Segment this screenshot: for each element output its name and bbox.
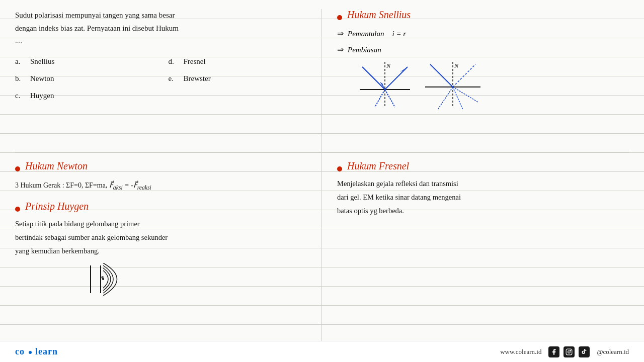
option-d-value: Fresnel xyxy=(184,54,206,69)
svg-line-2 xyxy=(362,67,385,89)
instagram-icon xyxy=(564,346,575,357)
fresnel-line3: batas optis yg berbeda. xyxy=(337,207,404,215)
logo-dot xyxy=(29,351,32,354)
svg-text:N: N xyxy=(386,62,391,69)
svg-line-14 xyxy=(438,87,453,110)
question-line1: Sudut polarisasi mempunyai tangen yang s… xyxy=(15,11,175,19)
svg-line-6 xyxy=(375,89,385,107)
option-a: a. Snellius xyxy=(15,54,158,69)
snellius-diagrams: N N xyxy=(337,62,629,112)
question-line3: .... xyxy=(15,37,23,45)
option-c-label: c. xyxy=(15,88,24,103)
option-e-label: e. xyxy=(169,71,178,86)
page: Sudut polarisasi mempunyai tangen yang s… xyxy=(0,0,644,362)
pembiasan-line: ⇒ Pembiasan xyxy=(337,42,629,58)
snellius-title: Hukum Snellius xyxy=(347,9,411,21)
snellius-bullet xyxy=(337,15,342,20)
newton-vec-formula: F⃗aksi = -F⃗reaksi xyxy=(109,182,151,189)
svg-point-23 xyxy=(568,350,571,353)
pemantulan-line: ⇒ Pemantulan i = r xyxy=(337,26,629,42)
fresnel-line1: Menjelaskan gejala refleksi dan transmis… xyxy=(337,179,458,188)
question-line2: dengan indeks bias zat. Pernyataan ini d… xyxy=(15,24,179,32)
snellius-title-row: Hukum Snellius xyxy=(337,9,629,26)
question-text: Sudut polarisasi mempunyai tangen yang s… xyxy=(15,9,311,48)
option-c: c. Huygen xyxy=(15,88,158,103)
newton-formula: 3 Hukum Gerak : ΣF=0, ΣF=ma, F⃗aksi = -F… xyxy=(15,179,311,194)
arrow-sym-2: ⇒ xyxy=(337,42,344,58)
wave-diagram-container: * xyxy=(15,258,311,298)
svg-point-24 xyxy=(571,350,571,350)
svg-line-4 xyxy=(385,67,408,89)
pembiasan-label: Pembiasan xyxy=(348,42,381,57)
facebook-icon xyxy=(548,346,559,357)
fresnel-bullet xyxy=(337,166,342,171)
huygen-line1: Setiap titik pada bidang gelombang prime… xyxy=(15,220,140,228)
logo-learn: learn xyxy=(35,346,58,356)
huygen-line2: bertindak sebagai sumber anak gelombang … xyxy=(15,233,168,241)
website-url: www.colearn.id xyxy=(500,348,541,356)
footer: co learn www.colearn.id xyxy=(0,341,644,362)
option-d-label: d. xyxy=(169,54,178,69)
arrow-sym-1: ⇒ xyxy=(337,26,344,42)
question-section: Sudut polarisasi mempunyai tangen yang s… xyxy=(15,9,322,152)
hukum-snellius-section: Hukum Snellius ⇒ Pemantulan i = r ⇒ Pemb… xyxy=(322,9,629,152)
tiktok-icon xyxy=(579,346,590,357)
option-a-label: a. xyxy=(15,54,24,69)
footer-right: www.colearn.id xyxy=(500,346,629,357)
fresnel-title-row: Hukum Fresnel xyxy=(337,160,629,177)
option-a-value: Snellius xyxy=(30,54,54,69)
fresnel-title: Hukum Fresnel xyxy=(347,160,409,172)
option-e-value: Brewster xyxy=(184,71,211,86)
option-b-label: b. xyxy=(15,71,24,86)
social-handle: @colearn.id xyxy=(597,348,629,356)
hukum-fresnel-section: Hukum Fresnel Menjelaskan gejala refleks… xyxy=(322,152,629,357)
svg-text:*: * xyxy=(101,275,104,283)
huygen-title-row: Prinsip Huygen xyxy=(15,201,311,217)
newton-subtitle: 3 Hukum Gerak xyxy=(15,182,60,189)
bottom-left-section: Hukum Newton 3 Hukum Gerak : ΣF=0, ΣF=ma… xyxy=(15,152,322,357)
fresnel-text: Menjelaskan gejala refleksi dan transmis… xyxy=(337,177,629,217)
logo-co: co xyxy=(15,346,25,356)
option-d: d. Fresnel xyxy=(169,54,312,69)
options-list: a. Snellius d. Fresnel b. Newton e. Brew… xyxy=(15,54,311,103)
newton-title-row: Hukum Newton xyxy=(15,160,311,177)
reflection-diagram: N xyxy=(357,62,413,112)
option-b: b. Newton xyxy=(15,71,158,86)
refraction-diagram: N xyxy=(423,62,483,112)
huygen-title: Prinsip Huygen xyxy=(25,201,89,212)
svg-rect-22 xyxy=(567,349,573,355)
svg-line-7 xyxy=(385,89,395,107)
pemantulan-formula: i = r xyxy=(392,26,407,41)
newton-title: Hukum Newton xyxy=(25,160,88,172)
social-icons xyxy=(548,346,590,357)
huygen-text: Setiap titik pada bidang gelombang prime… xyxy=(15,217,311,257)
newton-formula-text: : ΣF=0, ΣF=ma, xyxy=(62,182,109,189)
option-b-value: Newton xyxy=(30,71,54,86)
svg-line-16 xyxy=(453,87,478,102)
huygen-line3: yang kemudian berkembang. xyxy=(15,247,100,255)
content-area: Sudut polarisasi mempunyai tangen yang s… xyxy=(0,0,644,362)
wave-diagram: * xyxy=(75,263,176,296)
huygen-bullet xyxy=(15,207,20,212)
newton-bullet xyxy=(15,166,20,171)
colearn-logo: co learn xyxy=(15,346,58,357)
svg-line-11 xyxy=(430,64,453,87)
option-e: e. Brewster xyxy=(169,71,312,86)
pemantulan-label: Pemantulan xyxy=(348,26,384,41)
svg-text:N: N xyxy=(454,62,459,69)
fresnel-line2: dari gel. EM ketika sinar datang mengena… xyxy=(337,193,461,201)
option-c-value: Huygen xyxy=(30,88,54,103)
